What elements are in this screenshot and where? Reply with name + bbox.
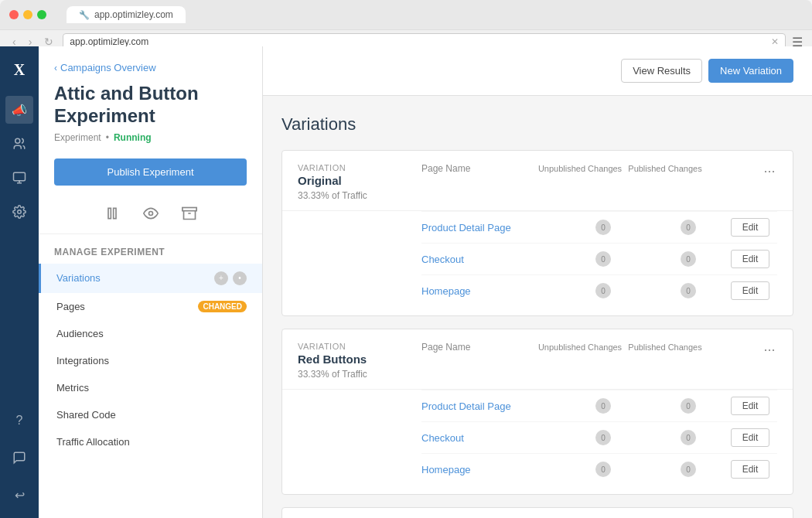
- edit-button[interactable]: Edit: [731, 460, 769, 479]
- experiment-status: Running: [114, 132, 152, 143]
- variation-more-button[interactable]: ···: [754, 163, 777, 179]
- variation-info: VariationOriginal33.33% of Traffic: [298, 163, 421, 201]
- variation-name: Original: [298, 174, 421, 187]
- app-logo: X: [5, 56, 33, 83]
- table-row: Product Detail Page00Edit: [421, 211, 777, 243]
- variation-label-text: Variation: [298, 342, 421, 351]
- menu-item-label: Pages: [56, 301, 85, 312]
- sidebar-item-monitor[interactable]: [5, 164, 33, 192]
- table-header: Page NameUnpublished ChangesPublished Ch…: [421, 342, 754, 359]
- published-count: 0: [646, 283, 731, 298]
- archive-button[interactable]: [182, 206, 197, 221]
- svg-rect-3: [108, 208, 111, 218]
- edit-button[interactable]: Edit: [731, 281, 769, 300]
- app-container: X 📣 ? ↩ ‹ Campaigns Overview Attic and B…: [0, 46, 812, 518]
- variation-table: Page NameUnpublished ChangesPublished Ch…: [421, 163, 754, 180]
- page-name-link[interactable]: Checkout: [421, 432, 561, 444]
- page-name-link[interactable]: Product Detail Page: [421, 222, 561, 233]
- address-text: app.optimizley.com: [70, 36, 148, 47]
- variation-add-icon[interactable]: +: [214, 271, 228, 285]
- published-badge: 0: [681, 398, 696, 414]
- menu-item-shared-code[interactable]: Shared Code: [39, 401, 262, 428]
- unpublished-badge: 0: [595, 430, 611, 445]
- pause-button[interactable]: [104, 206, 120, 221]
- variation-info: VariationRed Buttons33.33% of Traffic: [298, 342, 421, 380]
- browser-tab[interactable]: 🔧 app.optimizley.com: [67, 6, 186, 23]
- unpublished-count: 0: [561, 220, 646, 235]
- svg-rect-6: [182, 207, 196, 210]
- variations-list: VariationOriginal33.33% of TrafficPage N…: [281, 150, 793, 518]
- action-col: Edit: [731, 460, 777, 479]
- menu-item-label: Shared Code: [56, 409, 116, 421]
- publish-experiment-button[interactable]: Publish Experiment: [54, 158, 247, 186]
- table-row: Checkout00Edit: [421, 243, 777, 274]
- action-col: Edit: [731, 250, 777, 268]
- variation-traffic: 33.33% of Traffic: [298, 190, 421, 201]
- unpublished-count: 0: [561, 430, 646, 445]
- sidebar-item-back[interactable]: ↩: [5, 481, 33, 509]
- page-title: Variations: [281, 114, 793, 135]
- menu-list: Variations+•PagesCHANGEDAudiencesIntegra…: [39, 264, 262, 455]
- close-dot[interactable]: [9, 10, 19, 19]
- table-row: Product Detail Page00Edit: [421, 390, 777, 421]
- breadcrumb: ‹ Campaigns Overview: [39, 62, 262, 83]
- variation-name: Red Buttons: [298, 353, 421, 366]
- variation-more-icon[interactable]: •: [233, 271, 247, 285]
- variation-header: VariationRed Buttons33.33% of TrafficPag…: [282, 329, 793, 390]
- menu-item-traffic-allocation[interactable]: Traffic Allocation: [39, 428, 262, 455]
- view-results-button[interactable]: View Results: [621, 59, 702, 83]
- variation-header: VariationOriginal33.33% of TrafficPage N…: [282, 151, 793, 211]
- unpublished-badge: 0: [595, 251, 611, 267]
- preview-button[interactable]: [143, 206, 159, 221]
- main-scroll: Variations VariationOriginal33.33% of Tr…: [263, 96, 812, 518]
- menu-item-metrics[interactable]: Metrics: [39, 374, 262, 401]
- variation-more-button[interactable]: ···: [754, 342, 777, 358]
- page-name-link[interactable]: Homepage: [421, 464, 561, 475]
- left-panel: ‹ Campaigns Overview Attic and Button Ex…: [39, 46, 263, 518]
- sidebar-item-settings[interactable]: [5, 198, 33, 226]
- unpublished-badge: 0: [595, 283, 611, 298]
- edit-button[interactable]: Edit: [731, 250, 769, 268]
- page-name-link[interactable]: Checkout: [421, 254, 561, 265]
- published-badge: 0: [681, 430, 696, 445]
- experiment-type: Experiment: [54, 132, 101, 143]
- published-count: 0: [646, 251, 731, 267]
- unpublished-count: 0: [561, 398, 646, 414]
- sidebar-item-chat[interactable]: [5, 444, 33, 472]
- variation-label-text: Variation: [298, 163, 421, 172]
- experiment-meta: Experiment • Running: [39, 132, 262, 158]
- col-header-page: Page Name: [421, 342, 537, 353]
- action-col: Edit: [731, 281, 777, 300]
- breadcrumb-link[interactable]: Campaigns Overview: [60, 62, 156, 73]
- published-badge: 0: [681, 462, 696, 477]
- sidebar-item-campaigns[interactable]: 📣: [5, 96, 33, 124]
- new-variation-button[interactable]: New Variation: [708, 59, 793, 83]
- main-content: View Results New Variation Variations Va…: [263, 46, 812, 518]
- menu-item-integrations[interactable]: Integrations: [39, 347, 262, 374]
- main-toolbar: View Results New Variation: [263, 46, 812, 96]
- maximize-dot[interactable]: [37, 10, 46, 19]
- action-col: Edit: [731, 428, 777, 447]
- minimize-dot[interactable]: [23, 10, 32, 19]
- variation-traffic: 33.33% of Traffic: [298, 369, 421, 380]
- page-name-link[interactable]: Homepage: [421, 285, 561, 297]
- clear-icon[interactable]: ✕: [771, 36, 779, 47]
- unpublished-badge: 0: [595, 398, 611, 414]
- unpublished-count: 0: [561, 283, 646, 298]
- page-name-link[interactable]: Product Detail Page: [421, 400, 561, 412]
- menu-item-audiences[interactable]: Audiences: [39, 320, 262, 347]
- unpublished-badge: 0: [595, 462, 611, 477]
- table-row: Homepage00Edit: [421, 453, 777, 485]
- sidebar-item-users[interactable]: [5, 130, 33, 158]
- sidebar-item-help[interactable]: ?: [5, 407, 33, 435]
- edit-button[interactable]: Edit: [731, 218, 769, 237]
- edit-button[interactable]: Edit: [731, 397, 769, 415]
- menu-item-variations[interactable]: Variations+•: [39, 264, 262, 293]
- menu-item-label: Integrations: [56, 355, 109, 366]
- edit-button[interactable]: Edit: [731, 428, 769, 447]
- svg-point-0: [15, 138, 20, 143]
- variation-card-0: VariationOriginal33.33% of TrafficPage N…: [281, 150, 793, 316]
- sidebar-nav: X 📣 ? ↩: [0, 46, 39, 518]
- menu-item-label: Audiences: [56, 328, 104, 339]
- menu-item-pages[interactable]: PagesCHANGED: [39, 293, 262, 320]
